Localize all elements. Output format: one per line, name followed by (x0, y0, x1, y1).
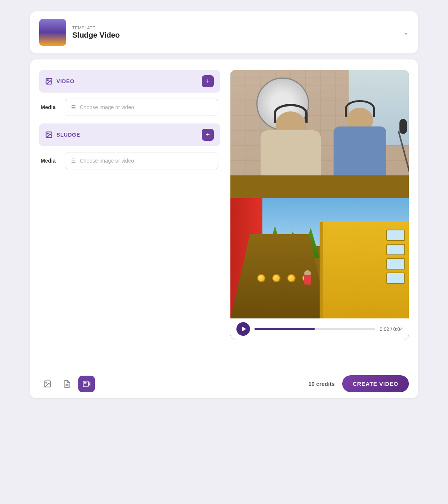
time-display: 0:02 / 0:04 (380, 326, 403, 332)
svg-point-1 (47, 80, 48, 81)
video-tool-icon (82, 380, 91, 388)
subway-video-bottom (230, 198, 409, 318)
video-add-button[interactable]: + (202, 75, 214, 87)
right-panel: 0:02 / 0:04 (230, 70, 409, 340)
video-section-title: VIDEO (56, 78, 75, 84)
coin-3 (287, 274, 296, 282)
coin-2 (272, 274, 280, 282)
progress-bar[interactable] (254, 328, 375, 330)
podcast-scene (230, 70, 409, 198)
toolbar-icons (39, 376, 95, 392)
chevron-down-icon[interactable]: ⌄ (403, 28, 409, 37)
runner-body (304, 275, 311, 285)
play-icon (242, 326, 246, 332)
train-window-3 (386, 258, 405, 270)
image-section-icon (45, 78, 53, 85)
svg-point-3 (47, 133, 48, 134)
sludge-section-title: SLUDGE (56, 132, 80, 138)
subway-scene (230, 198, 409, 318)
sludge-media-input[interactable]: ☰ Choose image or video (65, 152, 218, 169)
sludge-add-button[interactable]: + (202, 129, 214, 141)
video-media-input[interactable]: ☰ Choose image or video (65, 99, 218, 116)
hamburger-icon: ☰ (71, 104, 76, 110)
template-card: TEMPLATE Sludge Video ⌄ (30, 11, 418, 53)
video-tool-button[interactable] (78, 376, 95, 392)
progress-fill (254, 328, 315, 330)
train-right (320, 222, 409, 318)
train-windows (386, 230, 405, 284)
train-window-2 (386, 244, 405, 255)
sludge-section: SLUDGE + Media ☰ Choose image or video (39, 123, 220, 169)
video-section: VIDEO + Media ☰ Choose image or video (39, 70, 220, 116)
video-section-header: VIDEO + (39, 70, 220, 93)
train-window-1 (386, 230, 405, 241)
create-video-button[interactable]: CREATE VIDEO (342, 375, 409, 392)
sludge-section-header: SLUDGE + (39, 123, 220, 146)
image-tool-icon (43, 380, 52, 388)
template-label: TEMPLATE (72, 26, 120, 30)
podcast-video-top (230, 70, 409, 198)
sludge-media-row: Media ☰ Choose image or video (39, 152, 220, 169)
toolbar-right: 10 credits CREATE VIDEO (308, 375, 409, 392)
runner-character (302, 270, 313, 288)
svg-rect-8 (83, 381, 88, 387)
video-media-row: Media ☰ Choose image or video (39, 99, 220, 116)
coin-1 (257, 274, 265, 282)
template-name: Sludge Video (72, 31, 120, 40)
video-section-title-left: VIDEO (45, 78, 75, 85)
document-tool-icon (63, 380, 71, 388)
image-tool-button[interactable] (39, 376, 56, 392)
hamburger-icon-2: ☰ (71, 158, 76, 164)
svg-rect-11 (84, 382, 87, 383)
play-button[interactable] (236, 322, 250, 336)
video-controls: 0:02 / 0:04 (230, 318, 409, 340)
video-media-placeholder: Choose image or video (80, 104, 134, 110)
sludge-media-label: Media (41, 158, 60, 164)
sludge-section-title-left: SLUDGE (45, 131, 80, 139)
left-panel: VIDEO + Media ☰ Choose image or video (39, 70, 220, 340)
credits-label: 10 credits (308, 381, 335, 387)
sludge-media-placeholder: Choose image or video (80, 158, 134, 164)
document-tool-button[interactable] (59, 376, 75, 392)
image-sludge-icon (45, 131, 53, 139)
content-layout: VIDEO + Media ☰ Choose image or video (39, 70, 409, 340)
template-text: TEMPLATE Sludge Video (72, 26, 120, 40)
person-front (326, 96, 394, 187)
template-thumbnail (39, 19, 66, 46)
main-card: VIDEO + Media ☰ Choose image or video (30, 59, 418, 398)
video-preview: 0:02 / 0:04 (230, 70, 409, 340)
video-media-label: Media (41, 104, 60, 110)
table-surface (230, 175, 409, 198)
mic-head (399, 119, 407, 134)
train-window-4 (386, 273, 405, 284)
bottom-toolbar: 10 credits CREATE VIDEO (30, 369, 418, 398)
app-container: TEMPLATE Sludge Video ⌄ (30, 11, 418, 398)
template-info-left: TEMPLATE Sludge Video (39, 19, 120, 46)
svg-point-5 (46, 382, 47, 383)
